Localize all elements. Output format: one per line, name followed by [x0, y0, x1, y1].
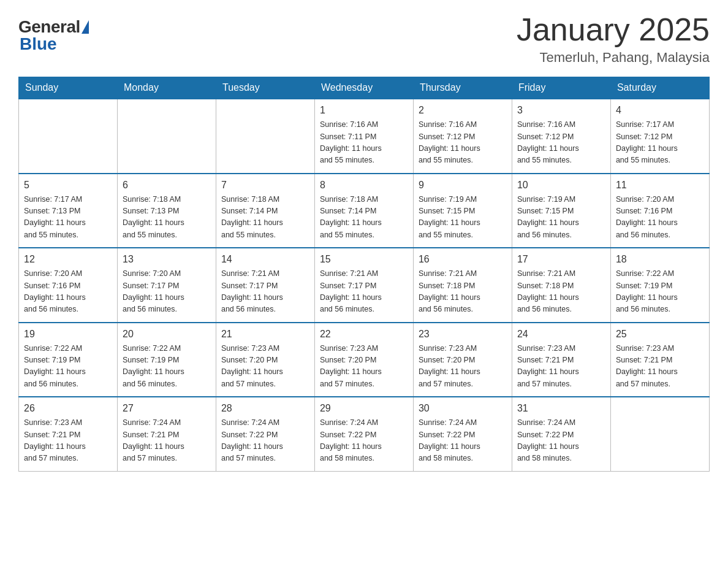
day-info: Sunrise: 7:21 AMSunset: 7:18 PMDaylight:…: [517, 268, 605, 316]
day-cell-24: 24Sunrise: 7:23 AMSunset: 7:21 PMDayligh…: [512, 323, 610, 397]
day-cell-5: 5Sunrise: 7:17 AMSunset: 7:13 PMDaylight…: [19, 174, 118, 248]
day-info: Sunrise: 7:24 AMSunset: 7:22 PMDaylight:…: [221, 417, 309, 465]
day-info: Sunrise: 7:21 AMSunset: 7:17 PMDaylight:…: [320, 268, 408, 316]
day-number: 14: [221, 252, 309, 267]
day-info: Sunrise: 7:17 AMSunset: 7:13 PMDaylight:…: [24, 194, 112, 242]
day-info: Sunrise: 7:24 AMSunset: 7:22 PMDaylight:…: [419, 417, 507, 465]
logo-triangle-icon: [82, 20, 89, 34]
day-cell-25: 25Sunrise: 7:23 AMSunset: 7:21 PMDayligh…: [610, 323, 709, 397]
day-info: Sunrise: 7:20 AMSunset: 7:16 PMDaylight:…: [616, 194, 704, 242]
day-cell-4: 4Sunrise: 7:17 AMSunset: 7:12 PMDaylight…: [610, 99, 709, 174]
day-info: Sunrise: 7:16 AMSunset: 7:12 PMDaylight:…: [517, 119, 605, 167]
day-cell-10: 10Sunrise: 7:19 AMSunset: 7:15 PMDayligh…: [512, 174, 610, 248]
day-number: 12: [24, 252, 112, 267]
day-cell-22: 22Sunrise: 7:23 AMSunset: 7:20 PMDayligh…: [314, 323, 413, 397]
day-number: 23: [419, 327, 507, 342]
day-number: 22: [320, 327, 408, 342]
day-info: Sunrise: 7:24 AMSunset: 7:22 PMDaylight:…: [320, 417, 408, 465]
day-cell-12: 12Sunrise: 7:20 AMSunset: 7:16 PMDayligh…: [19, 248, 118, 323]
day-number: 30: [419, 401, 507, 416]
weekday-header-monday: Monday: [117, 77, 216, 99]
day-number: 8: [320, 178, 408, 193]
day-cell-7: 7Sunrise: 7:18 AMSunset: 7:14 PMDaylight…: [216, 174, 314, 248]
day-cell-1: 1Sunrise: 7:16 AMSunset: 7:11 PMDaylight…: [314, 99, 413, 174]
day-cell-26: 26Sunrise: 7:23 AMSunset: 7:21 PMDayligh…: [19, 397, 118, 471]
day-cell-23: 23Sunrise: 7:23 AMSunset: 7:20 PMDayligh…: [413, 323, 512, 397]
title-area: January 2025 Temerluh, Pahang, Malaysia: [517, 12, 710, 66]
week-row-1: 1Sunrise: 7:16 AMSunset: 7:11 PMDaylight…: [19, 99, 710, 174]
day-number: 26: [24, 401, 112, 416]
day-cell-16: 16Sunrise: 7:21 AMSunset: 7:18 PMDayligh…: [413, 248, 512, 323]
weekday-header-thursday: Thursday: [413, 77, 512, 99]
day-cell-17: 17Sunrise: 7:21 AMSunset: 7:18 PMDayligh…: [512, 248, 610, 323]
day-number: 21: [221, 327, 309, 342]
day-number: 27: [123, 401, 211, 416]
day-cell-2: 2Sunrise: 7:16 AMSunset: 7:12 PMDaylight…: [413, 99, 512, 174]
day-number: 31: [517, 401, 605, 416]
day-number: 4: [616, 103, 704, 118]
day-number: 6: [123, 178, 211, 193]
day-cell-20: 20Sunrise: 7:22 AMSunset: 7:19 PMDayligh…: [117, 323, 216, 397]
day-number: 10: [517, 178, 605, 193]
weekday-header-sunday: Sunday: [19, 77, 118, 99]
empty-cell: [216, 99, 314, 174]
day-cell-18: 18Sunrise: 7:22 AMSunset: 7:19 PMDayligh…: [610, 248, 709, 323]
week-row-4: 19Sunrise: 7:22 AMSunset: 7:19 PMDayligh…: [19, 323, 710, 397]
day-number: 29: [320, 401, 408, 416]
day-info: Sunrise: 7:23 AMSunset: 7:20 PMDaylight:…: [419, 343, 507, 391]
calendar-table: SundayMondayTuesdayWednesdayThursdayFrid…: [18, 77, 710, 472]
day-info: Sunrise: 7:16 AMSunset: 7:11 PMDaylight:…: [320, 119, 408, 167]
weekday-header-wednesday: Wednesday: [314, 77, 413, 99]
day-info: Sunrise: 7:21 AMSunset: 7:18 PMDaylight:…: [419, 268, 507, 316]
day-info: Sunrise: 7:17 AMSunset: 7:12 PMDaylight:…: [616, 119, 704, 167]
day-number: 20: [123, 327, 211, 342]
weekday-header-friday: Friday: [512, 77, 610, 99]
day-number: 5: [24, 178, 112, 193]
day-info: Sunrise: 7:24 AMSunset: 7:21 PMDaylight:…: [123, 417, 211, 465]
day-number: 28: [221, 401, 309, 416]
logo-blue-text: Blue: [20, 34, 57, 54]
empty-cell: [117, 99, 216, 174]
day-number: 11: [616, 178, 704, 193]
day-info: Sunrise: 7:22 AMSunset: 7:19 PMDaylight:…: [123, 343, 211, 391]
day-cell-21: 21Sunrise: 7:23 AMSunset: 7:20 PMDayligh…: [216, 323, 314, 397]
day-cell-29: 29Sunrise: 7:24 AMSunset: 7:22 PMDayligh…: [314, 397, 413, 471]
day-info: Sunrise: 7:23 AMSunset: 7:21 PMDaylight:…: [616, 343, 704, 391]
day-info: Sunrise: 7:18 AMSunset: 7:14 PMDaylight:…: [221, 194, 309, 242]
weekday-header-row: SundayMondayTuesdayWednesdayThursdayFrid…: [19, 77, 710, 99]
day-number: 9: [419, 178, 507, 193]
weekday-header-saturday: Saturday: [610, 77, 709, 99]
day-number: 17: [517, 252, 605, 267]
day-info: Sunrise: 7:20 AMSunset: 7:16 PMDaylight:…: [24, 268, 112, 316]
day-info: Sunrise: 7:18 AMSunset: 7:13 PMDaylight:…: [123, 194, 211, 242]
day-info: Sunrise: 7:23 AMSunset: 7:20 PMDaylight:…: [320, 343, 408, 391]
day-info: Sunrise: 7:19 AMSunset: 7:15 PMDaylight:…: [517, 194, 605, 242]
day-info: Sunrise: 7:22 AMSunset: 7:19 PMDaylight:…: [616, 268, 704, 316]
day-cell-30: 30Sunrise: 7:24 AMSunset: 7:22 PMDayligh…: [413, 397, 512, 471]
day-info: Sunrise: 7:18 AMSunset: 7:14 PMDaylight:…: [320, 194, 408, 242]
day-info: Sunrise: 7:22 AMSunset: 7:19 PMDaylight:…: [24, 343, 112, 391]
location-title: Temerluh, Pahang, Malaysia: [517, 50, 710, 66]
day-info: Sunrise: 7:16 AMSunset: 7:12 PMDaylight:…: [419, 119, 507, 167]
day-number: 19: [24, 327, 112, 342]
page-header: General Blue January 2025 Temerluh, Paha…: [18, 12, 710, 66]
day-cell-19: 19Sunrise: 7:22 AMSunset: 7:19 PMDayligh…: [19, 323, 118, 397]
day-cell-27: 27Sunrise: 7:24 AMSunset: 7:21 PMDayligh…: [117, 397, 216, 471]
weekday-header-tuesday: Tuesday: [216, 77, 314, 99]
day-cell-14: 14Sunrise: 7:21 AMSunset: 7:17 PMDayligh…: [216, 248, 314, 323]
day-cell-3: 3Sunrise: 7:16 AMSunset: 7:12 PMDaylight…: [512, 99, 610, 174]
day-number: 1: [320, 103, 408, 118]
week-row-3: 12Sunrise: 7:20 AMSunset: 7:16 PMDayligh…: [19, 248, 710, 323]
day-cell-8: 8Sunrise: 7:18 AMSunset: 7:14 PMDaylight…: [314, 174, 413, 248]
day-cell-9: 9Sunrise: 7:19 AMSunset: 7:15 PMDaylight…: [413, 174, 512, 248]
day-info: Sunrise: 7:24 AMSunset: 7:22 PMDaylight:…: [517, 417, 605, 465]
week-row-5: 26Sunrise: 7:23 AMSunset: 7:21 PMDayligh…: [19, 397, 710, 471]
day-cell-11: 11Sunrise: 7:20 AMSunset: 7:16 PMDayligh…: [610, 174, 709, 248]
empty-cell: [610, 397, 709, 471]
day-info: Sunrise: 7:19 AMSunset: 7:15 PMDaylight:…: [419, 194, 507, 242]
month-title: January 2025: [517, 12, 710, 47]
day-number: 18: [616, 252, 704, 267]
day-number: 25: [616, 327, 704, 342]
week-row-2: 5Sunrise: 7:17 AMSunset: 7:13 PMDaylight…: [19, 174, 710, 248]
day-cell-13: 13Sunrise: 7:20 AMSunset: 7:17 PMDayligh…: [117, 248, 216, 323]
